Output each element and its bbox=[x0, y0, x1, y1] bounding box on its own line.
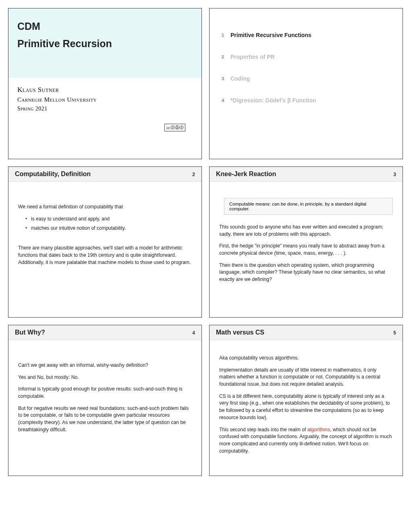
university: Carnegie Mellon University bbox=[17, 96, 193, 103]
slide-number: 3 bbox=[393, 172, 396, 177]
paragraph: CS is a bit different here, computabilit… bbox=[219, 393, 393, 422]
slide-3: Knee-Jerk Reaction 3 Computable means: c… bbox=[209, 166, 403, 318]
cc-license-icon: ㏄⓪⑤⓪ bbox=[164, 124, 185, 131]
paragraph: But for negative results we need real fo… bbox=[18, 405, 192, 434]
paragraph: First, the hedge "in principle" means yo… bbox=[219, 243, 393, 257]
author-block: Klaus Sutner Carnegie Mellon University … bbox=[8, 78, 201, 120]
emphasis-algorithms: algorithms bbox=[307, 427, 330, 432]
lecture-title: Primitive Recursion bbox=[17, 38, 193, 50]
term: Spring 2021 bbox=[17, 106, 193, 112]
toc-num: 3 bbox=[222, 75, 226, 82]
toc-list: 1 Primitive Recursive Functions 2 Proper… bbox=[210, 8, 403, 127]
callout-box: Computable means: can be done, in princi… bbox=[224, 198, 393, 215]
toc-label: Properties of PR bbox=[230, 54, 275, 60]
text: This second step leads into the realm of bbox=[219, 427, 307, 432]
toc-num: 1 bbox=[222, 32, 226, 38]
slide-4: But Why? 4 Can't we get away with an inf… bbox=[8, 325, 202, 476]
bullet-list: is easy to understand and apply, and mat… bbox=[25, 216, 192, 232]
toc-num: 2 bbox=[222, 54, 226, 60]
slide-5: Math versus CS 5 Aka computability versu… bbox=[209, 325, 403, 476]
paragraph: Informal is typically good enough for po… bbox=[18, 386, 192, 400]
toc-item-3: 3 Coding bbox=[222, 75, 390, 82]
slide-title: Knee-Jerk Reaction bbox=[216, 170, 276, 178]
slide-grid: CDM Primitive Recursion Klaus Sutner Car… bbox=[8, 8, 403, 476]
toc-item-4: 4 *Digression: Gödel's β Function bbox=[222, 97, 390, 104]
slide-number: 2 bbox=[192, 172, 195, 177]
toc-slide: 1 Primitive Recursive Functions 2 Proper… bbox=[209, 8, 403, 159]
paragraph: We need a formal definition of computabi… bbox=[18, 204, 192, 211]
slide-number: 5 bbox=[393, 330, 396, 336]
paragraph: There are many plausible approaches, we'… bbox=[18, 245, 192, 266]
slide-header: Math versus CS 5 bbox=[210, 325, 403, 340]
bullet: is easy to understand and apply, and bbox=[25, 216, 192, 222]
toc-label: Primitive Recursive Functions bbox=[230, 32, 311, 38]
paragraph: This second step leads into the realm of… bbox=[219, 426, 393, 455]
slide-body: We need a formal definition of computabi… bbox=[8, 182, 201, 278]
paragraph: Aka computability versus algorithms. bbox=[219, 355, 393, 362]
slide-title: Computability, Definition bbox=[15, 170, 91, 178]
paragraph: This sounds good to anyone who has ever … bbox=[219, 224, 393, 238]
paragraph: Then there is the question which operati… bbox=[219, 262, 393, 283]
bullet: matches our intuitive notion of computab… bbox=[25, 225, 192, 232]
toc-item-1: 1 Primitive Recursive Functions bbox=[222, 32, 390, 38]
author-name: Klaus Sutner bbox=[17, 86, 193, 94]
slide-2: Computability, Definition 2 We need a fo… bbox=[8, 166, 202, 318]
toc-label: Coding bbox=[230, 75, 250, 82]
title-slide: CDM Primitive Recursion Klaus Sutner Car… bbox=[8, 8, 202, 159]
slide-title: But Why? bbox=[15, 329, 45, 336]
slide-title: Math versus CS bbox=[216, 329, 264, 336]
slide-number: 4 bbox=[192, 330, 195, 336]
paragraph: Can't we get away with an informal, wish… bbox=[18, 362, 192, 369]
slide-header: But Why? 4 bbox=[8, 325, 201, 340]
slide-body: Aka computability versus algorithms. Imp… bbox=[210, 340, 403, 467]
slide-body: This sounds good to anyone who has ever … bbox=[210, 222, 403, 295]
toc-item-2: 2 Properties of PR bbox=[222, 54, 390, 60]
toc-num: 4 bbox=[222, 97, 226, 104]
paragraph: Implementation details are usually of li… bbox=[219, 367, 393, 388]
toc-label: *Digression: Gödel's β Function bbox=[230, 97, 316, 104]
course-code: CDM bbox=[17, 21, 193, 32]
paragraph: Yes and No, but mostly: No. bbox=[18, 374, 192, 381]
toc-label-text: *Digression: Gödel's β Function bbox=[230, 97, 316, 104]
title-banner: CDM Primitive Recursion bbox=[8, 8, 201, 78]
slide-header: Knee-Jerk Reaction 3 bbox=[210, 167, 403, 182]
slide-header: Computability, Definition 2 bbox=[8, 167, 201, 182]
slide-body: Can't we get away with an informal, wish… bbox=[8, 340, 201, 446]
